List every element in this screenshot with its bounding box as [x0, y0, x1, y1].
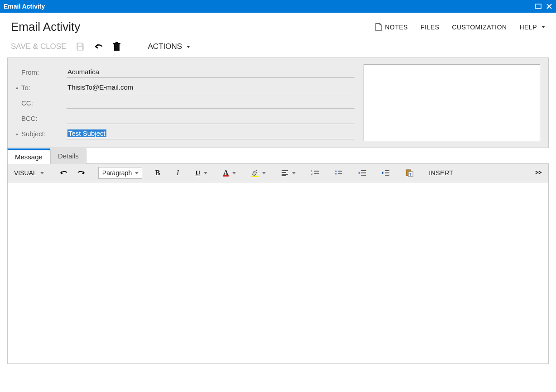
- visual-mode-button[interactable]: VISUAL: [11, 167, 47, 178]
- editor-body[interactable]: [8, 182, 548, 363]
- font-color-icon: A: [223, 170, 229, 177]
- underline-button[interactable]: U: [193, 167, 211, 179]
- chevron-down-icon: [292, 172, 296, 174]
- expand-icon: [535, 170, 542, 176]
- svg-rect-7: [115, 42, 118, 43]
- undo-icon: [59, 170, 68, 176]
- svg-rect-3: [78, 43, 81, 46]
- editor-toolbar: VISUAL Paragraph B I: [8, 164, 548, 182]
- trash-icon: [113, 42, 121, 51]
- outdent-button[interactable]: [355, 168, 369, 178]
- actions-button[interactable]: ACTIONS: [148, 42, 191, 51]
- indent-icon: [382, 170, 390, 176]
- undo-icon: [94, 43, 104, 50]
- font-color-button[interactable]: A: [220, 168, 239, 178]
- to-field[interactable]: ThisisTo@E-mail.com: [67, 81, 355, 93]
- to-label: To:: [16, 84, 67, 91]
- numbered-list-icon: 12: [311, 170, 319, 176]
- actions-label: ACTIONS: [148, 42, 182, 51]
- window-title: Email Activity: [4, 3, 45, 10]
- expand-toolbar-button[interactable]: [532, 168, 545, 178]
- editor-panel: VISUAL Paragraph B I: [7, 163, 549, 364]
- cc-label: CC:: [16, 99, 67, 107]
- editor-undo-button[interactable]: [57, 168, 71, 178]
- notes-label: NOTES: [385, 24, 408, 31]
- subject-row: Subject: Test Subject: [16, 126, 355, 141]
- svg-rect-6: [113, 43, 120, 44]
- editor-redo-button[interactable]: [74, 168, 88, 178]
- underline-icon: U: [196, 169, 201, 177]
- bcc-field[interactable]: [67, 112, 355, 124]
- highlight-icon: [251, 169, 259, 177]
- redo-icon: [77, 170, 86, 176]
- to-row: To: ThisisTo@E-mail.com: [16, 80, 355, 95]
- page-header: Email Activity NOTES FILES CUSTOMIZATION…: [0, 13, 556, 38]
- delete-button[interactable]: [113, 42, 121, 51]
- subject-field[interactable]: Test Subject: [67, 128, 355, 139]
- help-link[interactable]: HELP: [519, 24, 545, 31]
- italic-button[interactable]: I: [173, 167, 183, 179]
- chevron-down-icon: [187, 46, 190, 48]
- close-icon[interactable]: [546, 3, 552, 10]
- tabs: Message Details: [7, 148, 549, 164]
- notes-icon: [375, 23, 382, 31]
- chevron-down-icon: [204, 172, 207, 174]
- cc-row: CC:: [16, 95, 355, 110]
- app-window: Email Activity Email Activity NOTES FILE…: [0, 0, 556, 392]
- svg-rect-4: [78, 47, 82, 50]
- paste-button[interactable]: T: [403, 167, 416, 179]
- svg-rect-0: [536, 4, 541, 9]
- from-row: From: Acumatica: [16, 64, 355, 80]
- svg-rect-27: [407, 169, 410, 170]
- customization-link[interactable]: CUSTOMIZATION: [452, 24, 507, 31]
- page-title: Email Activity: [11, 20, 80, 34]
- outdent-icon: [358, 170, 366, 176]
- paragraph-label: Paragraph: [102, 169, 132, 177]
- svg-text:T: T: [409, 172, 412, 177]
- bcc-row: BCC:: [16, 110, 355, 126]
- preview-box[interactable]: [364, 64, 540, 141]
- bold-button[interactable]: B: [152, 167, 163, 179]
- chevron-down-icon: [40, 172, 44, 174]
- highlight-button[interactable]: [249, 167, 268, 179]
- email-fields: From: Acumatica To: ThisisTo@E-mail.com …: [16, 64, 355, 141]
- chevron-down-icon: [232, 172, 236, 174]
- tab-message[interactable]: Message: [7, 148, 50, 164]
- align-button[interactable]: [278, 168, 298, 178]
- save-icon: [76, 42, 85, 51]
- main-toolbar: SAVE & CLOSE ACTIONS: [0, 38, 556, 57]
- customization-label: CUSTOMIZATION: [452, 24, 507, 31]
- from-label: From:: [16, 68, 67, 76]
- title-bar: Email Activity: [0, 0, 556, 13]
- chevron-down-icon: [542, 26, 545, 28]
- insert-button[interactable]: INSERT: [426, 167, 456, 178]
- paste-icon: T: [405, 169, 413, 177]
- subject-selected-text: Test Subject: [67, 129, 106, 137]
- bcc-label: BCC:: [16, 115, 67, 122]
- svg-point-17: [336, 173, 337, 174]
- insert-label: INSERT: [429, 169, 453, 177]
- save-close-button: SAVE & CLOSE: [11, 42, 67, 51]
- cc-field[interactable]: [67, 97, 355, 109]
- visual-label: VISUAL: [14, 169, 37, 177]
- files-link[interactable]: FILES: [421, 24, 439, 31]
- notes-link[interactable]: NOTES: [375, 23, 408, 31]
- align-icon: [281, 170, 288, 176]
- svg-rect-5: [114, 44, 120, 51]
- bullet-list-button[interactable]: [332, 168, 345, 178]
- help-label: HELP: [519, 24, 537, 31]
- numbered-list-button[interactable]: 12: [308, 168, 322, 178]
- paragraph-select[interactable]: Paragraph: [98, 167, 142, 179]
- svg-text:2: 2: [311, 172, 313, 175]
- indent-button[interactable]: [379, 168, 393, 178]
- save-button: [76, 42, 85, 51]
- tab-details[interactable]: Details: [50, 148, 86, 164]
- maximize-icon[interactable]: [535, 3, 542, 10]
- undo-button[interactable]: [94, 43, 104, 50]
- bullet-list-icon: [335, 170, 343, 176]
- window-controls: [535, 3, 552, 10]
- svg-point-16: [336, 170, 337, 172]
- files-label: FILES: [421, 24, 439, 31]
- from-field[interactable]: Acumatica: [67, 66, 355, 78]
- email-form: From: Acumatica To: ThisisTo@E-mail.com …: [7, 57, 549, 148]
